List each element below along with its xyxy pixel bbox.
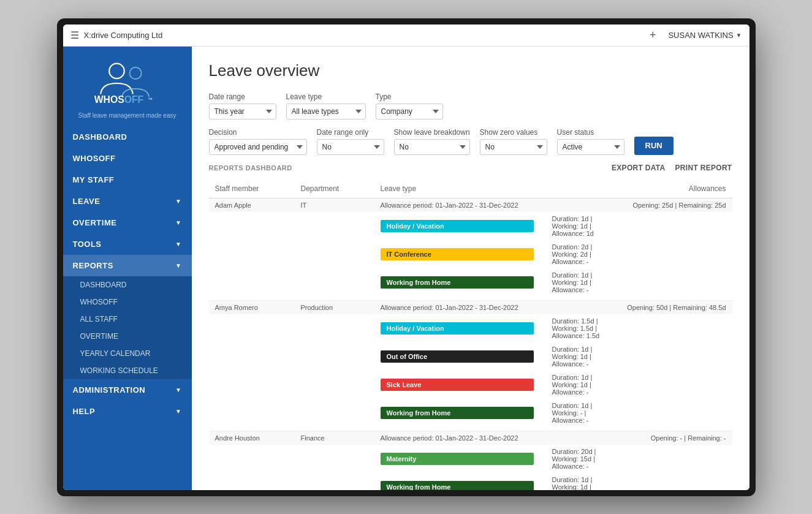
leave-badge: Maternity <box>381 453 534 465</box>
sidebar-item-leave[interactable]: LEAVE ▼ <box>63 191 192 212</box>
show-zero-values-filter: Show zero values No <box>480 128 547 155</box>
leave-row: Holiday / Vacation Duration: 1.5d | Work… <box>209 314 732 342</box>
sidebar-item-administration[interactable]: ADMINISTRATION ▼ <box>63 379 192 401</box>
col-header-department: Department <box>295 180 374 198</box>
date-range-select[interactable]: This year <box>209 104 276 119</box>
table-row: Amya Romero Production Allowance period:… <box>209 300 732 314</box>
sidebar-item-tools[interactable]: TOOLS ▼ <box>63 233 192 255</box>
leave-type-label: Leave type <box>286 93 366 101</box>
department: Finance <box>295 431 374 445</box>
sidebar-item-reports[interactable]: REPORTS ▼ <box>63 255 192 276</box>
sidebar-item-overtime[interactable]: OVERTIME ▼ <box>63 212 192 233</box>
leave-detail: Duration: 1d | Working: 1d | Allowance: … <box>546 473 610 490</box>
run-button[interactable]: RUN <box>634 137 674 155</box>
type-label: Type <box>376 93 443 101</box>
print-report-button[interactable]: PRINT REPORT <box>675 164 732 172</box>
leave-detail: Duration: 1.5d | Working: 1.5d | Allowan… <box>546 314 610 342</box>
app-title: X:drive Computing Ltd <box>84 31 645 40</box>
sidebar-sub-item-yearlycal[interactable]: YEARLY CALENDAR <box>63 345 192 362</box>
date-range-only-select[interactable]: No <box>317 139 384 155</box>
leave-detail: Duration: 1d | Working: 1d | Allowance: … <box>546 342 610 371</box>
add-button[interactable]: + <box>650 29 656 42</box>
topbar: ☰ X:drive Computing Ltd + SUSAN WATKINS … <box>63 25 749 47</box>
leave-table: Staff member Department Leave type Allow… <box>209 180 732 490</box>
user-status-label: User status <box>557 128 624 137</box>
decision-filter: Decision Approved and pending <box>209 128 307 155</box>
allowance-period: Allowance period: 01-Jan-2022 - 31-Dec-2… <box>374 198 546 212</box>
date-range-only-label: Date range only <box>317 128 384 137</box>
user-name: SUSAN WATKINS <box>668 31 733 40</box>
user-status-filter: User status Active <box>557 128 624 155</box>
leave-badge: Working from Home <box>381 407 534 419</box>
staff-name: Adam Apple <box>209 198 295 212</box>
show-zero-values-select[interactable]: No <box>480 139 547 155</box>
reports-dashboard-label: REPORTS DASHBOARD <box>209 164 292 172</box>
allowance-info: Opening: 25d | Remaining: 25d <box>610 198 732 212</box>
date-range-label: Date range <box>209 93 276 101</box>
leave-chevron-icon: ▼ <box>175 198 181 205</box>
type-filter: Type Company <box>376 93 443 119</box>
staff-name: Amya Romero <box>209 300 295 314</box>
leave-detail: Duration: 1d | Working: 1d | Allowance: … <box>546 371 610 399</box>
col-header-detail <box>546 180 610 198</box>
leave-badge: Holiday / Vacation <box>381 220 534 232</box>
allowance-period: Allowance period: 01-Jan-2022 - 31-Dec-2… <box>374 431 546 445</box>
decision-label: Decision <box>209 128 307 137</box>
sidebar-logo: WHOSOFF ™ Staff leave management made ea… <box>63 47 192 126</box>
svg-text:™: ™ <box>148 96 153 102</box>
sidebar-item-whosoff[interactable]: WHOSOFF <box>63 148 192 169</box>
leave-row: Working from Home Duration: 1d | Working… <box>209 268 732 297</box>
menu-icon[interactable]: ☰ <box>70 29 79 41</box>
leave-row: Out of Office Duration: 1d | Working: 1d… <box>209 342 732 371</box>
svg-point-1 <box>129 67 141 78</box>
export-data-button[interactable]: EXPORT DATA <box>612 164 666 172</box>
leave-badge: Holiday / Vacation <box>381 322 534 334</box>
sidebar-item-dashboard[interactable]: DASHBOARD <box>63 126 192 148</box>
filter-row-2: Decision Approved and pending Date range… <box>209 128 732 155</box>
sidebar-nav: DASHBOARD WHOSOFF MY STAFF LEAVE ▼ OVERT… <box>63 126 192 490</box>
leave-type-select[interactable]: All leave types <box>286 104 366 119</box>
leave-badge: Sick Leave <box>381 379 534 391</box>
leave-badge: Out of Office <box>381 350 534 363</box>
sidebar-sub-item-allstaff[interactable]: ALL STAFF <box>63 311 192 328</box>
tools-chevron-icon: ▼ <box>175 241 181 248</box>
date-range-only-filter: Date range only No <box>317 128 384 155</box>
page-title: Leave overview <box>209 61 732 80</box>
user-menu[interactable]: SUSAN WATKINS ▼ <box>668 31 742 40</box>
sidebar-sub-item-whosoff[interactable]: WHOSOFF <box>63 293 192 311</box>
leave-detail: Duration: 1d | Working: 1d | Allowance: … <box>546 268 610 297</box>
type-select[interactable]: Company <box>376 104 443 119</box>
sidebar-item-help[interactable]: HELP ▼ <box>63 401 192 422</box>
show-leave-breakdown-select[interactable]: No <box>394 139 470 155</box>
sidebar-reports-submenu: DASHBOARD WHOSOFF ALL STAFF OVERTIME YEA… <box>63 276 192 379</box>
show-leave-breakdown-label: Show leave breakdown <box>394 128 470 137</box>
reports-chevron-icon: ▼ <box>175 262 181 269</box>
sidebar-sub-item-overtime[interactable]: OVERTIME <box>63 328 192 345</box>
leave-row: Working from Home Duration: 1d | Working… <box>209 473 732 490</box>
leave-row: IT Conference Duration: 2d | Working: 2d… <box>209 240 732 268</box>
leave-row: Maternity Duration: 20d | Working: 15d |… <box>209 445 732 473</box>
sidebar-item-mystaff[interactable]: MY STAFF <box>63 169 192 191</box>
admin-chevron-icon: ▼ <box>175 387 181 393</box>
sidebar-tagline: Staff leave management made easy <box>73 112 182 119</box>
col-header-staff: Staff member <box>209 180 295 198</box>
leave-detail: Duration: 1d | Working: 1d | Allowance: … <box>546 212 610 240</box>
decision-select[interactable]: Approved and pending <box>209 139 307 155</box>
show-zero-values-label: Show zero values <box>480 128 547 137</box>
leave-badge: Working from Home <box>381 276 534 289</box>
leave-row: Sick Leave Duration: 1d | Working: 1d | … <box>209 371 732 399</box>
allowance-info: Opening: - | Remaining: - <box>610 431 732 445</box>
sidebar-sub-item-dashboard[interactable]: DASHBOARD <box>63 276 192 293</box>
user-status-select[interactable]: Active <box>557 139 624 155</box>
leave-detail: Duration: 2d | Working: 2d | Allowance: … <box>546 240 610 268</box>
date-range-filter: Date range This year <box>209 93 276 119</box>
sidebar-sub-item-workingschedule[interactable]: WORKING SCHEDULE <box>63 362 192 379</box>
svg-text:WHOSOFF: WHOSOFF <box>94 94 143 105</box>
sidebar: WHOSOFF ™ Staff leave management made ea… <box>63 47 192 490</box>
leave-badge: Working from Home <box>381 481 534 490</box>
reports-actions: EXPORT DATA PRINT REPORT <box>612 164 732 172</box>
staff-name: Andre Houston <box>209 431 295 445</box>
show-leave-breakdown-filter: Show leave breakdown No <box>394 128 470 155</box>
leave-type-filter: Leave type All leave types <box>286 93 366 119</box>
allowance-period: Allowance period: 01-Jan-2022 - 31-Dec-2… <box>374 300 546 314</box>
